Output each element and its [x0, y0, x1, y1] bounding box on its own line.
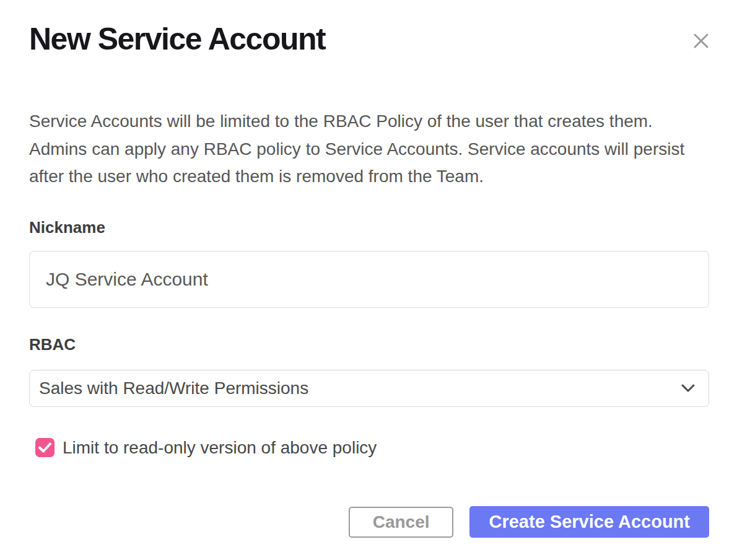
cancel-button[interactable]: Cancel	[349, 507, 454, 538]
rbac-label: RBAC	[29, 335, 709, 354]
create-service-account-button[interactable]: Create Service Account	[469, 506, 709, 538]
close-button[interactable]	[691, 31, 711, 51]
rbac-select[interactable]: Sales with Read/Write Permissions	[29, 370, 709, 407]
read-only-option-row: Limit to read-only version of above poli…	[35, 438, 709, 458]
modal-description: Service Accounts will be limited to the …	[29, 108, 709, 191]
nickname-input[interactable]	[29, 251, 709, 308]
nickname-label: Nickname	[29, 218, 709, 237]
read-only-checkbox[interactable]	[35, 438, 55, 457]
rbac-selected-value: Sales with Read/Write Permissions	[39, 378, 308, 398]
check-icon	[38, 442, 51, 453]
modal-title: New Service Account	[29, 22, 709, 56]
chevron-down-icon	[681, 384, 695, 393]
read-only-checkbox-label[interactable]: Limit to read-only version of above poli…	[63, 438, 377, 458]
modal-footer: Cancel Create Service Account	[349, 506, 709, 538]
close-icon	[692, 32, 710, 50]
new-service-account-modal: New Service Account Service Accounts wil…	[0, 0, 737, 560]
